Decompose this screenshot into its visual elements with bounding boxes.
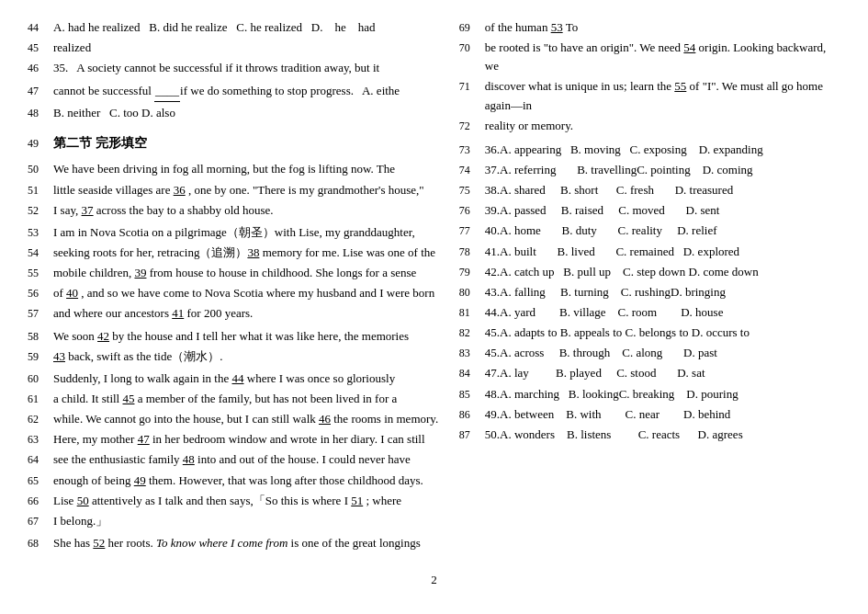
- line-number: 47: [28, 83, 53, 100]
- line-number: 56: [28, 285, 53, 302]
- line-70: 70 be rooted is "to have an origin". We …: [459, 39, 840, 75]
- line-text: 48.A. marching B. lookingC. breaking D. …: [485, 385, 840, 404]
- section-title: 第二节 完形填空: [53, 133, 441, 154]
- line-number: 63: [28, 431, 53, 449]
- line-number: 60: [28, 370, 53, 388]
- line-text: 41.A. built B. lived C. remained D. expl…: [485, 243, 840, 261]
- line-number: 48: [28, 105, 53, 122]
- line-text: seeking roots for her, retracing（追溯）38 m…: [53, 244, 441, 262]
- line-55: 55 mobile children, 39 from house to hou…: [28, 264, 441, 282]
- line-text: 40.A. home B. duty C. reality D. relief: [485, 222, 840, 240]
- line-number: 72: [459, 118, 485, 135]
- line-number: 87: [459, 426, 485, 444]
- line-53: 53 I am in Nova Scotia on a pilgrimage（朝…: [28, 223, 441, 242]
- line-text: of 40 , and so we have come to Nova Scot…: [53, 284, 441, 302]
- line-text: enough of being 49 them. However, that w…: [53, 472, 441, 490]
- line-number: 70: [459, 40, 485, 57]
- line-84: 84 47.A. lay B. played C. stood D. sat: [459, 364, 840, 382]
- line-46: 46 35. A society cannot be successful if…: [28, 59, 441, 77]
- line-number: 86: [459, 406, 485, 424]
- line-66: 66 Lise 50 attentively as I talk and the…: [28, 492, 441, 510]
- line-number: 82: [459, 324, 485, 342]
- line-number: 59: [28, 348, 53, 366]
- line-text: Here, my mother 47 in her bedroom window…: [53, 430, 441, 449]
- line-number: 81: [459, 304, 485, 322]
- line-68: 68 She has 52 her roots. To know where I…: [28, 534, 441, 552]
- line-64: 64 see the enthusiastic family 48 into a…: [28, 450, 441, 469]
- line-76: 76 39.A. passed B. raised C. moved D. se…: [459, 201, 840, 220]
- line-number: 79: [459, 264, 485, 281]
- line-text: We have been driving in fog all morning,…: [53, 160, 441, 178]
- line-59: 59 43 back, swift as the tide（潮水）.: [28, 347, 441, 366]
- line-text: We soon 42 by the house and I tell her w…: [53, 327, 441, 346]
- line-47: 47 cannot be successful ____if we do som…: [28, 82, 441, 101]
- line-86: 86 49.A. between B. with C. near D. behi…: [459, 405, 840, 424]
- line-number: 80: [459, 284, 485, 301]
- line-58: 58 We soon 42 by the house and I tell he…: [28, 327, 441, 346]
- line-63: 63 Here, my mother 47 in her bedroom win…: [28, 430, 441, 449]
- line-78: 78 41.A. built B. lived C. remained D. e…: [459, 243, 840, 261]
- line-61: 61 a child. It still 45 a member of the …: [28, 390, 441, 408]
- right-column: 69 of the human 53 To 70 be rooted is "t…: [459, 18, 840, 554]
- line-text: and where our ancestors 41 for 200 years…: [53, 304, 441, 323]
- line-number: 76: [459, 202, 485, 220]
- line-number: 52: [28, 202, 53, 220]
- page-number: 2: [28, 573, 840, 587]
- line-number: 51: [28, 182, 53, 199]
- line-text: 50.A. wonders B. listens C. reacts D. ag…: [485, 426, 840, 444]
- line-77: 77 40.A. home B. duty C. reality D. reli…: [459, 222, 840, 240]
- line-54: 54 seeking roots for her, retracing（追溯）3…: [28, 244, 441, 262]
- line-56: 56 of 40 , and so we have come to Nova S…: [28, 284, 441, 302]
- line-text: while. We cannot go into the house, but …: [53, 410, 441, 428]
- line-50: 50 We have been driving in fog all morni…: [28, 160, 441, 178]
- line-67: 67 I belong.」: [28, 512, 441, 530]
- line-74: 74 37.A. referring B. travellingC. point…: [459, 161, 840, 179]
- line-text: a child. It still 45 a member of the fam…: [53, 390, 441, 408]
- line-text: 47.A. lay B. played C. stood D. sat: [485, 364, 840, 382]
- line-text: 43 back, swift as the tide（潮水）.: [53, 347, 441, 366]
- line-number: 53: [28, 224, 53, 242]
- line-text: 44.A. yard B. village C. room D. house: [485, 303, 840, 322]
- line-51: 51 little seaside villages are 36 , one …: [28, 181, 441, 199]
- line-text: She has 52 her roots. To know where I co…: [53, 534, 441, 552]
- line-text: reality or memory.: [485, 117, 840, 135]
- line-number: 83: [459, 345, 485, 362]
- left-column: 44 A. had he realized B. did he realize …: [28, 18, 441, 554]
- line-49-section: 49 第二节 完形填空: [28, 128, 441, 157]
- line-text: 45.A. adapts to B. appeals to C. belongs…: [485, 324, 840, 342]
- line-number: 64: [28, 451, 53, 469]
- line-text: discover what is unique in us; learn the…: [485, 77, 840, 114]
- line-text: 43.A. falling B. turning C. rushingD. br…: [485, 283, 840, 301]
- line-number: 84: [459, 365, 485, 382]
- line-number: 49: [28, 135, 53, 153]
- line-number: 45: [28, 40, 53, 57]
- line-number: 78: [459, 244, 485, 261]
- two-column-layout: 44 A. had he realized B. did he realize …: [28, 18, 840, 554]
- line-45: 45 realized: [28, 39, 441, 57]
- line-44: 44 A. had he realized B. did he realize …: [28, 18, 441, 37]
- line-87: 87 50.A. wonders B. listens C. reacts D.…: [459, 426, 840, 444]
- line-text: 42.A. catch up B. pull up C. step down D…: [485, 263, 840, 281]
- line-57: 57 and where our ancestors 41 for 200 ye…: [28, 304, 441, 323]
- line-number: 57: [28, 305, 53, 323]
- line-82: 82 45.A. adapts to B. appeals to C. belo…: [459, 324, 840, 342]
- line-text: of the human 53 To: [485, 18, 840, 37]
- line-text: 35. A society cannot be successful if it…: [53, 59, 441, 77]
- line-number: 58: [28, 328, 53, 346]
- line-number: 73: [459, 142, 485, 159]
- line-73: 73 36.A. appearing B. moving C. exposing…: [459, 141, 840, 159]
- line-number: 61: [28, 391, 53, 408]
- line-number: 67: [28, 513, 53, 530]
- line-number: 68: [28, 535, 53, 552]
- line-number: 71: [459, 78, 485, 96]
- line-number: 55: [28, 265, 53, 282]
- line-text: 37.A. referring B. travellingC. pointing…: [485, 161, 840, 179]
- line-text: B. neither C. too D. also: [53, 104, 441, 122]
- line-text: I am in Nova Scotia on a pilgrimage（朝圣）w…: [53, 223, 441, 242]
- line-text: Lise 50 attentively as I talk and then s…: [53, 492, 441, 510]
- line-text: be rooted is "to have an origin". We nee…: [485, 39, 840, 75]
- line-79: 79 42.A. catch up B. pull up C. step dow…: [459, 263, 840, 281]
- line-text: 49.A. between B. with C. near D. behind: [485, 405, 840, 424]
- line-text: 39.A. passed B. raised C. moved D. sent: [485, 201, 840, 220]
- line-text: 38.A. shared B. short C. fresh D. treasu…: [485, 181, 840, 199]
